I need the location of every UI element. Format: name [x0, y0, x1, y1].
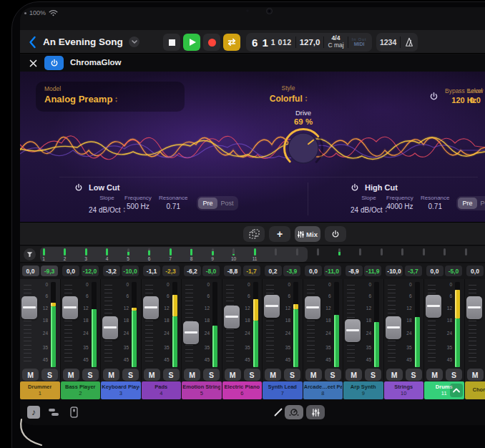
- solo-button[interactable]: S: [82, 369, 99, 381]
- overview-tick[interactable]: [401, 246, 403, 263]
- high-cut-slope[interactable]: Slope 24 dB/Oct▴▾: [351, 195, 387, 215]
- mute-button[interactable]: M: [225, 369, 241, 381]
- post-button[interactable]: Post: [477, 198, 485, 209]
- volume-fader[interactable]: [143, 296, 159, 319]
- overview-tick[interactable]: [317, 246, 319, 263]
- record-button[interactable]: [203, 34, 220, 51]
- filter-button[interactable]: [24, 248, 36, 260]
- mute-button[interactable]: M: [346, 369, 362, 381]
- solo-button[interactable]: S: [244, 369, 260, 381]
- volume-value[interactable]: 0,0: [466, 266, 484, 276]
- peak-value[interactable]: -11,0: [324, 266, 341, 276]
- volume-value[interactable]: 0,0: [22, 266, 39, 276]
- stepper-icon[interactable]: ▴▾: [115, 96, 117, 102]
- track-tile[interactable]: Drums11: [424, 381, 464, 399]
- volume-value[interactable]: 0,0: [426, 266, 444, 276]
- track-tile[interactable]: Emotion Strings5: [182, 381, 222, 399]
- volume-value[interactable]: -10,0: [386, 266, 403, 276]
- overview-tick[interactable]: 11: [254, 246, 256, 263]
- solo-button[interactable]: S: [446, 369, 462, 381]
- peak-value[interactable]: -9,3: [41, 266, 58, 276]
- volume-fader[interactable]: [21, 296, 37, 319]
- track-tile[interactable]: Arp Synth9: [343, 381, 383, 399]
- track-tile[interactable]: Synth Lead7: [263, 381, 303, 399]
- high-cut-frequency[interactable]: Frequency 4000 Hz: [386, 195, 413, 210]
- track-tile[interactable]: Bass Player2: [61, 381, 101, 399]
- overview-tick[interactable]: 2: [64, 246, 66, 263]
- volume-value[interactable]: -8,8: [224, 266, 241, 276]
- overview-tick[interactable]: [275, 246, 277, 263]
- model-selector[interactable]: Model Analog Preamp▴▾: [36, 82, 185, 112]
- overview-tick[interactable]: [465, 246, 467, 263]
- volume-value[interactable]: -1,1: [143, 266, 160, 276]
- peak-value[interactable]: -11,9: [364, 266, 381, 276]
- solo-button[interactable]: S: [122, 369, 139, 381]
- solo-button[interactable]: S: [163, 369, 180, 381]
- close-plugin-button[interactable]: [27, 57, 39, 69]
- overview-tick[interactable]: 10: [232, 246, 235, 263]
- volume-fader[interactable]: [466, 296, 482, 319]
- lcd-display[interactable]: 6 1 1 012 127,0 4/4 C maj In Out MIDI: [246, 33, 372, 52]
- track-tile[interactable]: Electric Piano6: [222, 381, 263, 399]
- mute-button[interactable]: M: [467, 369, 484, 381]
- overview-tick[interactable]: 4: [106, 246, 108, 263]
- volume-fader[interactable]: [386, 316, 401, 339]
- editor-button[interactable]: [67, 406, 80, 419]
- overview-tick[interactable]: 5: [127, 246, 129, 263]
- mute-button[interactable]: M: [184, 369, 200, 381]
- drive-knob[interactable]: [282, 126, 325, 170]
- stop-button[interactable]: [163, 34, 180, 51]
- song-title[interactable]: An Evening Song: [43, 36, 123, 47]
- peak-value[interactable]: -2,3: [162, 266, 180, 276]
- peak-value[interactable]: -8,0: [202, 266, 220, 276]
- track-tile[interactable]: Arcade…eet Pad8: [303, 381, 343, 399]
- solo-button[interactable]: S: [406, 369, 422, 381]
- mute-button[interactable]: M: [144, 369, 160, 381]
- peak-value[interactable]: -12,0: [82, 266, 99, 276]
- volume-fader[interactable]: [345, 319, 361, 342]
- low-cut-resonance[interactable]: Resonance 0.71: [159, 195, 187, 210]
- volume-value[interactable]: -3,2: [103, 266, 120, 276]
- volume-fader[interactable]: [426, 295, 441, 318]
- mixer-view-button[interactable]: [306, 405, 325, 419]
- volume-value[interactable]: -8,9: [346, 266, 363, 276]
- overview-tick[interactable]: 6: [148, 246, 150, 263]
- solo-button[interactable]: S: [325, 369, 341, 381]
- low-cut-slope[interactable]: Slope 24 dB/Oct▴▾: [89, 195, 125, 215]
- mute-button[interactable]: M: [305, 369, 322, 381]
- expand-track-button[interactable]: [450, 384, 463, 397]
- solo-button[interactable]: S: [203, 369, 220, 381]
- volume-fader[interactable]: [264, 295, 280, 318]
- mute-button[interactable]: M: [265, 369, 281, 381]
- mute-button[interactable]: M: [63, 369, 79, 381]
- solo-button[interactable]: S: [284, 369, 300, 381]
- overview-tick[interactable]: [423, 246, 425, 263]
- volume-value[interactable]: -6,2: [184, 266, 201, 276]
- solo-button[interactable]: S: [365, 369, 381, 381]
- overview-tick[interactable]: [338, 246, 341, 263]
- overview-tick[interactable]: 8: [190, 246, 192, 263]
- volume-fader[interactable]: [62, 296, 78, 319]
- add-button[interactable]: +: [269, 226, 290, 242]
- overview-tick[interactable]: 1: [43, 246, 45, 263]
- overview-tick[interactable]: [296, 246, 298, 263]
- count-in-button[interactable]: 1234: [380, 38, 396, 47]
- cycle-button[interactable]: [223, 34, 240, 51]
- overview-tick[interactable]: [381, 246, 383, 263]
- overview-tick[interactable]: [444, 246, 446, 263]
- volume-value[interactable]: 0,0: [305, 266, 322, 276]
- peak-value[interactable]: -3,9: [283, 266, 300, 276]
- peak-value[interactable]: -5,0: [445, 266, 462, 276]
- track-tile[interactable]: Chorus V: [465, 381, 485, 399]
- mixer-power-button[interactable]: [325, 226, 346, 242]
- stepper-icon[interactable]: ▴▾: [305, 95, 308, 102]
- back-button[interactable]: [26, 35, 39, 49]
- track-tile[interactable]: Drummer1: [20, 381, 60, 399]
- plugin-tile-button[interactable]: [243, 226, 265, 242]
- pre-button[interactable]: Pre: [198, 198, 217, 209]
- overview-tick[interactable]: 9: [212, 246, 214, 263]
- peak-value[interactable]: -10,0: [122, 266, 139, 276]
- volume-value[interactable]: 0,2: [265, 266, 282, 276]
- mute-button[interactable]: M: [426, 369, 443, 381]
- post-button[interactable]: Post: [217, 198, 237, 209]
